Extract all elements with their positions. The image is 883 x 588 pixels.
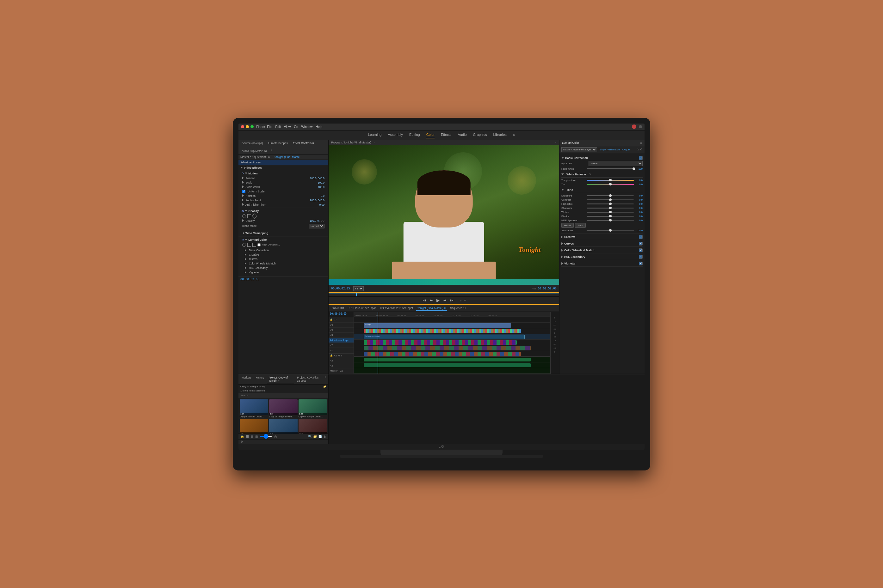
tint-slider[interactable] [587,184,634,185]
tab-graphics[interactable]: Graphics [473,132,487,138]
play-button[interactable]: ▶ [436,298,440,303]
automate-icon[interactable]: ◎ [274,435,277,438]
search-proj-icon[interactable]: 🔍 [308,435,312,438]
new-item-icon[interactable]: 📄 [318,435,322,438]
hsl-secondary-toggle[interactable]: ✓ [639,255,642,259]
tab-color[interactable]: Color [426,132,435,138]
tl-tab-kdr30[interactable]: KDR Plus 30 sec. spot [347,306,377,310]
vignette-hdr[interactable]: Vignette ✓ [561,261,642,266]
tl-tab-tonight[interactable]: Tonight (Final Master) ≡ [416,306,447,310]
tab-effect-controls[interactable]: Effect Controls ≡ [292,141,315,146]
thumb-img-5[interactable]: 0:16 [269,418,298,433]
motion-header[interactable]: fx Motion [240,171,327,176]
anchor-y[interactable]: 540.0 [318,199,325,202]
opacity-value[interactable]: 100.0 % [310,219,319,222]
v5-clips[interactable] [364,329,521,333]
tone-toggle[interactable]: Tone [561,187,642,193]
highlights-slider[interactable] [587,204,634,204]
tab-project-tonight[interactable]: Project: Copy of Tonight ≡ [267,375,294,383]
menu-view[interactable]: View [284,125,291,129]
uniform-scale-checkbox[interactable] [242,190,245,193]
search-icon[interactable] [639,125,642,128]
zoom-slider[interactable] [260,436,272,437]
tab-libraries[interactable]: Libraries [493,132,507,138]
menu-file[interactable]: File [267,125,272,129]
adjustment-layer-clip[interactable]: Adjustment Layer [364,334,525,339]
thumb-img-3[interactable]: 1:22 [299,399,327,416]
hsl-secondary-hdr[interactable]: HSL Secondary ✓ [561,254,642,260]
more-tabs-icon[interactable]: » [513,133,515,137]
creative-hdr[interactable]: Creative ✓ [561,234,642,240]
anchor-x[interactable]: 960.0 [310,199,316,202]
thumb-img-6[interactable]: 0:19 [299,418,327,433]
tl-tab-kdr15[interactable]: KDR Version 2 15 sec. spot [379,306,414,310]
curves-hdr[interactable]: Curves ✓ [561,241,642,246]
creative-row[interactable]: Creative [242,252,325,257]
lock-icon[interactable]: 🔒 [241,435,244,438]
position-y[interactable]: 540.0 [318,177,325,180]
shadows-slider[interactable] [587,208,634,208]
blacks-slider[interactable] [587,216,634,217]
high-dynamic-checkbox[interactable] [257,243,260,246]
v2-clips[interactable] [364,346,531,350]
close-button[interactable] [241,125,244,128]
basic-correction-toggle[interactable]: ✓ [639,156,642,160]
tab-audio[interactable]: Audio [457,132,466,138]
tab-effects[interactable]: Effects [441,132,451,138]
color-wheels-row[interactable]: Color Wheels & Match [242,261,325,266]
menu-window[interactable]: Window [301,125,313,129]
settings-icon[interactable]: ⚙ [241,440,243,443]
project-search[interactable] [238,393,328,398]
thumb-img-1[interactable]: 1:04 [240,399,268,416]
creative-toggle[interactable]: ✓ [639,235,642,239]
tab-source[interactable]: Source (no clips) [241,141,265,146]
eyedropper-icon[interactable]: ✎ [589,173,592,176]
tl-tab-seq01[interactable]: Sequence 01 [449,306,467,310]
whites-slider[interactable] [587,212,634,213]
vignette-row[interactable]: Vignette [242,270,325,274]
menu-edit[interactable]: Edit [275,125,281,129]
reset-button[interactable]: Reset [561,223,574,228]
white-balance-toggle[interactable]: White Balance ✎ [561,172,642,178]
folder-icon[interactable]: 📁 [323,385,326,388]
more-bl-tabs-icon[interactable]: » [325,375,326,383]
anti-flicker-value[interactable]: 0.00 [319,203,325,206]
contrast-slider[interactable] [587,200,634,200]
tab-learning[interactable]: Learning [368,132,382,138]
position-x[interactable]: 960.0 [310,177,316,180]
scrub-bar[interactable] [329,292,559,297]
thumb-img-4[interactable]: 1:10 [240,418,268,433]
track-content[interactable]: 00:00:29:23 00:00:59:22 01:29:21 01:59:2… [354,312,550,374]
new-folder-icon[interactable]: 📁 [313,435,317,438]
close-monitor-icon[interactable]: × [555,141,557,144]
tab-lumetri-scopes[interactable]: Lumetri Scopes [267,141,289,146]
fit-dropdown[interactable]: Fit [353,286,364,291]
step-forward-button[interactable]: ➡ [443,298,447,303]
v1-clips[interactable] [364,352,521,356]
tab-assembly[interactable]: Assembly [388,132,403,138]
exposure-slider[interactable] [587,195,634,196]
v6-clip[interactable]: V6 clips [364,323,511,328]
lumetri-menu-icon[interactable]: ≡ [640,141,642,145]
master-layer-select[interactable]: Master * Adjustment Layer [561,147,597,152]
scale-value[interactable]: 100.0 [318,181,325,184]
opacity-header[interactable]: fx Opacity [240,208,327,214]
tl-tab-961[interactable]: 961A69B1 [331,306,346,310]
breadcrumb-master[interactable]: Master * Adjustment La... [241,156,272,159]
add-icon[interactable]: + [464,298,466,302]
tab-editing[interactable]: Editing [409,132,420,138]
tab-markers[interactable]: Markers [241,375,253,383]
rotation-value[interactable]: 0.0 [321,194,325,198]
minimize-button[interactable] [246,125,249,128]
saturation-slider[interactable] [587,230,634,231]
add-marker-icon[interactable]: ⬦ [460,298,462,302]
basic-correction-row[interactable]: Basic Correction [242,248,325,252]
temperature-slider[interactable] [587,180,634,181]
tab-audio-clip-mixer[interactable]: Audio Clip Mixer: To [241,148,268,153]
go-end-button[interactable]: ⏭ [450,298,454,302]
auto-button[interactable]: Auto [575,223,586,228]
tab-project-kdr[interactable]: Project: KDR Plus 15 secc [296,375,323,383]
curves-row[interactable]: Curves [242,257,325,261]
thumb-img-2[interactable]: 2:19 [269,399,298,416]
hdr-specular-slider[interactable] [587,220,634,221]
